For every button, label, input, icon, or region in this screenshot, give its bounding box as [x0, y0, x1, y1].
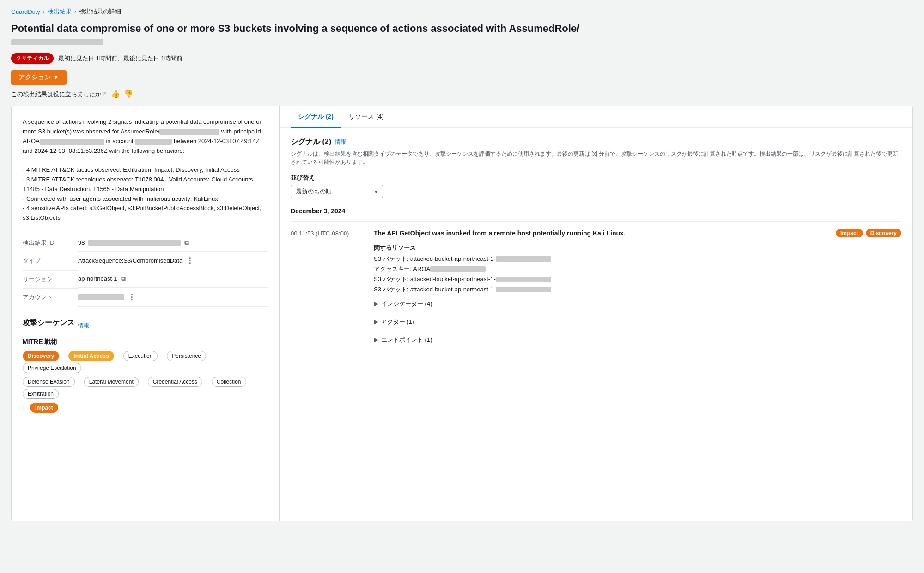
meta-account-value: ⋮ [78, 288, 268, 307]
severity-time-text: 最初に見た日 1時間前、最後に見た日 1時間前 [58, 54, 182, 63]
meta-id-value: 98 ⧉ [78, 234, 268, 252]
signal-title-text: The API GetObject was invoked from a rem… [374, 229, 626, 238]
severity-row: クリティカル 最初に見た日 1時間前、最後に見た日 1時間前 [11, 53, 913, 64]
expand-indicators[interactable]: ▶ インジケーター (4) [374, 296, 901, 312]
meta-row-region: リージョン ap-northeast-1 ⧉ [23, 270, 268, 288]
tag-impact[interactable]: Impact [836, 229, 863, 237]
tactic-privilege-escalation[interactable]: Privilege Escalation [23, 363, 81, 373]
expand-indicators-arrow: ▶ [374, 300, 378, 307]
expand-actor-label: アクター (1) [381, 318, 414, 326]
signals-description: シグナルは、検出結果を含む相関タイプのデータであり、攻撃シーケンスを評価するため… [291, 150, 901, 166]
breadcrumb-sep1: › [43, 8, 45, 15]
severity-badge: クリティカル [11, 53, 54, 64]
feedback-row: この検出結果は役に立ちましたか？ 👍 👎 [11, 90, 913, 98]
attack-sequence-section: 攻撃シーケンス 情報 MITRE 戦術 Discovery — Initial … [23, 318, 268, 413]
tactics-row-3: — Impact [23, 403, 268, 413]
breadcrumb-level1[interactable]: 検出結果 [48, 7, 72, 16]
page-title: Potential data compromise of one or more… [11, 22, 612, 48]
tactic-sep-5: — [83, 365, 89, 371]
tactic-impact[interactable]: Impact [30, 403, 58, 413]
tactic-persistence[interactable]: Persistence [167, 351, 206, 361]
mitre-title: MITRE 戦術 [23, 338, 268, 346]
meta-region-label: リージョン [23, 270, 78, 288]
right-panel: シグナル (2) リソース (4) シグナル (2) 情報 シグナルは、検出結果… [280, 106, 912, 521]
tab-signals[interactable]: シグナル (2) [291, 106, 341, 128]
sort-label: 並び替え [291, 174, 901, 182]
expand-endpoint-arrow: ▶ [374, 336, 378, 343]
type-more-icon[interactable]: ⋮ [186, 256, 194, 265]
tabs-header: シグナル (2) リソース (4) [280, 106, 912, 128]
finding-description: A sequence of actions involving 2 signal… [23, 117, 268, 223]
tactic-sep-9: — [248, 379, 254, 385]
tactic-sep-10: — [23, 404, 28, 411]
expand-indicators-label: インジケーター (4) [381, 300, 432, 308]
feedback-text: この検出結果は役に立ちましたか？ [11, 90, 107, 98]
resource-s3-3: S3 バケット: attacked-bucket-ap-northeast-1- [374, 285, 901, 294]
left-panel: A sequence of actions involving 2 signal… [12, 106, 280, 521]
meta-row-id: 検出結果 ID 98 ⧉ [23, 234, 268, 252]
meta-id-label: 検出結果 ID [23, 234, 78, 252]
tactic-sep-2: — [116, 353, 122, 359]
resource-accesskey: アクセスキー: AROA [374, 265, 901, 273]
sort-select-wrapper: 最新のもの順 [291, 185, 383, 198]
tactic-discovery[interactable]: Discovery [23, 351, 59, 361]
tactics-row-2: Defense Evasion — Lateral Movement — Cre… [23, 377, 268, 399]
tactic-credential-access[interactable]: Credential Access [148, 377, 202, 387]
expand-endpoint-label: エンドポイント (1) [381, 336, 432, 344]
tactic-collection[interactable]: Collection [212, 377, 246, 387]
expand-actor[interactable]: ▶ アクター (1) [374, 314, 901, 330]
expand-endpoint[interactable]: ▶ エンドポイント (1) [374, 332, 901, 348]
main-content: A sequence of actions involving 2 signal… [11, 106, 913, 521]
signals-section-header: シグナル (2) 情報 [291, 137, 901, 147]
breadcrumb-current: 検出結果の詳細 [79, 7, 121, 16]
thumbs-up-icon[interactable]: 👍 [111, 90, 120, 98]
expand-actor-arrow: ▶ [374, 318, 378, 325]
signals-content: シグナル (2) 情報 シグナルは、検出結果を含む相関タイプのデータであり、攻撃… [280, 128, 912, 364]
tactic-sep-7: — [140, 379, 146, 385]
signals-title: シグナル (2) [291, 137, 331, 147]
tab-resources[interactable]: リソース (4) [341, 106, 391, 128]
tactic-sep-8: — [204, 379, 210, 385]
tactic-sep-4: — [208, 353, 213, 359]
breadcrumb: GuardDuty › 検出結果 › 検出結果の詳細 [11, 7, 913, 16]
attack-sequence-title: 攻撃シーケンス [23, 318, 74, 328]
tag-discovery[interactable]: Discovery [866, 229, 901, 237]
tactic-lateral-movement[interactable]: Lateral Movement [84, 377, 139, 387]
meta-row-type: タイプ AttackSequence:S3/CompromisedData ⋮ [23, 252, 268, 270]
meta-row-account: アカウント ⋮ [23, 288, 268, 307]
sort-select[interactable]: 最新のもの順 [291, 185, 383, 198]
tactic-sep-3: — [159, 353, 165, 359]
resource-s3-2: S3 バケット: attacked-bucket-ap-northeast-1- [374, 275, 901, 283]
breadcrumb-root[interactable]: GuardDuty [11, 8, 40, 15]
meta-type-value: AttackSequence:S3/CompromisedData ⋮ [78, 252, 268, 270]
signal-body: The API GetObject was invoked from a rem… [374, 229, 901, 348]
account-more-icon[interactable]: ⋮ [128, 293, 135, 302]
tactics-row-1: Discovery — Initial Access — Execution —… [23, 351, 268, 373]
meta-account-label: アカウント [23, 288, 78, 307]
tactic-sep-1: — [61, 353, 67, 359]
date-heading: December 3, 2024 [291, 207, 901, 215]
signal-card-1: 00:11:53 (UTC-08:00) The API GetObject w… [291, 221, 901, 355]
copy-id-icon[interactable]: ⧉ [184, 239, 189, 247]
tactic-exfiltration[interactable]: Exfiltration [23, 389, 59, 399]
breadcrumb-sep2: › [74, 8, 76, 15]
tactic-initial-access[interactable]: Initial Access [68, 351, 114, 361]
signals-info-link[interactable]: 情報 [335, 138, 346, 146]
signal-time: 00:11:53 (UTC-08:00) [291, 229, 365, 348]
resource-s3-1: S3 バケット: attacked-bucket-ap-northeast-1- [374, 255, 901, 263]
meta-table: 検出結果 ID 98 ⧉ タイプ AttackSequence:S3/Compr… [23, 234, 268, 307]
meta-type-label: タイプ [23, 252, 78, 270]
action-button[interactable]: アクション ▼ [11, 70, 67, 85]
tactic-defense-evasion[interactable]: Defense Evasion [23, 377, 75, 387]
tactic-execution[interactable]: Execution [123, 351, 158, 361]
signal-tags: Impact Discovery [836, 229, 901, 237]
related-resources-title: 関するリソース [374, 244, 901, 252]
thumbs-down-icon[interactable]: 👎 [124, 90, 133, 98]
tactic-sep-6: — [77, 379, 82, 385]
meta-region-value: ap-northeast-1 ⧉ [78, 270, 268, 288]
attack-sequence-info-link[interactable]: 情報 [78, 322, 89, 330]
signal-title-row: The API GetObject was invoked from a rem… [374, 229, 901, 238]
copy-region-icon[interactable]: ⧉ [121, 275, 126, 283]
